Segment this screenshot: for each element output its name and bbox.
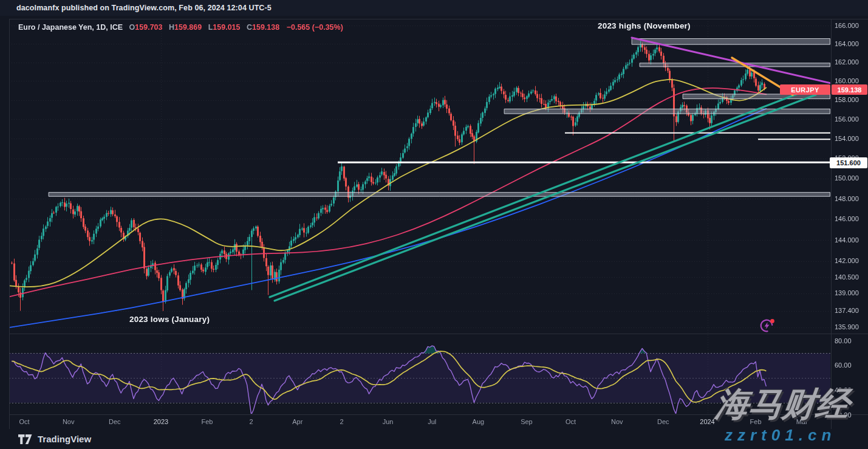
price-axis-label[interactable]: 166.000 [835,22,859,29]
last-price-badge: 159.138 [832,84,867,95]
price-axis-border[interactable] [831,19,832,429]
time-axis-label[interactable]: Oct [566,418,576,425]
tradingview-brand[interactable]: TradingView [38,434,91,444]
change-value: −0.565 (−0.35%) [287,23,343,32]
open-label: O [129,23,135,32]
price-axis-label[interactable]: 135.900 [835,323,859,331]
annotation-2023-lows: 2023 lows (January) [129,315,210,324]
time-axis-label[interactable]: Jul [428,418,436,425]
time-axis-label[interactable]: 2023 [154,418,168,425]
watermark-url: zzrt01.cn [725,426,836,445]
time-axis-label[interactable]: Dec [109,418,121,425]
open-value: 159.703 [135,23,162,32]
price-axis-label[interactable]: 158.000 [835,96,859,103]
time-axis-label[interactable]: Jun [383,418,394,425]
level-price-badge: 151.600 [830,157,867,168]
close-label: C [247,23,252,32]
chart-top-border [9,19,868,19]
price-axis-label[interactable]: 142.000 [835,257,859,264]
symbol-price-flag: EURJPY [780,84,830,95]
high-value: 159.869 [174,23,202,32]
price-axis-label[interactable]: 144.000 [835,236,859,244]
price-axis-label[interactable]: 148.000 [835,195,859,202]
flash-boost-icon[interactable] [759,317,777,337]
time-axis-label[interactable]: 2 [340,418,343,425]
close-value: 159.138 [252,23,279,32]
symbol-legend[interactable]: Euro / Japanese Yen, 1D, ICE O159.703 H1… [18,23,343,32]
time-axis-label[interactable]: Nov [611,418,623,425]
tradingview-published-chart: dacolmanfx published on TradingView.com,… [0,0,868,449]
annotation-2023-highs: 2023 highs (November) [598,21,691,30]
tradingview-logo-icon[interactable] [18,434,33,447]
price-axis-label[interactable]: 154.000 [835,135,859,142]
time-axis-label[interactable]: Oct [19,418,29,425]
watermark-cn: 海马财经 [714,388,868,421]
price-axis-label[interactable]: 160.000 [835,77,859,84]
low-value: 159.015 [213,23,240,32]
time-axis-label[interactable]: Aug [473,418,485,425]
price-axis-label[interactable]: 146.000 [835,215,859,222]
price-axis-label[interactable]: 139.000 [835,289,859,296]
time-axis-label[interactable]: 2024 [700,418,714,425]
high-label: H [169,23,174,32]
time-axis-label[interactable]: Feb [202,418,213,425]
time-axis-label[interactable]: Dec [657,418,669,425]
time-axis-label[interactable]: 2 [250,418,253,425]
price-axis-label[interactable]: 164.000 [835,40,859,47]
time-axis-label[interactable]: Nov [63,418,75,425]
price-axis-label[interactable]: 140.500 [835,273,859,281]
rsi-axis-label[interactable]: 60.00 [835,362,852,369]
price-axis-label[interactable]: 162.000 [835,58,859,66]
chart-canvas[interactable] [0,0,868,449]
rsi-axis-label[interactable]: 80.00 [835,337,852,344]
price-axis-label[interactable]: 137.400 [835,307,859,314]
publish-info: dacolmanfx published on TradingView.com,… [16,4,272,12]
pane-divider[interactable] [9,334,868,334]
price-axis-label[interactable]: 156.000 [835,115,859,123]
chart-left-border [9,19,10,429]
price-axis-label[interactable]: 150.000 [835,174,859,182]
time-axis-label[interactable]: Apr [292,418,302,425]
publish-bar: dacolmanfx published on TradingView.com,… [0,0,868,16]
time-axis-label[interactable]: Sep [521,418,533,425]
symbol-name: Euro / Japanese Yen, 1D, ICE [18,23,123,32]
